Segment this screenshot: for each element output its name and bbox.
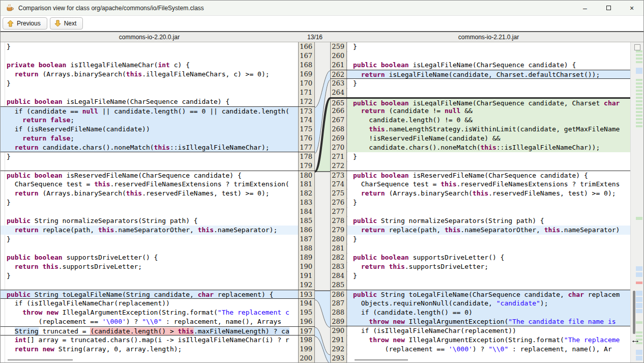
code-row: 282public boolean supportsDriveLetter() …: [330, 253, 630, 262]
left-code-pane: }166167private boolean isIllegalFileName…: [1, 42, 315, 363]
line-number: 171: [298, 88, 315, 97]
code-row: 259}: [330, 42, 630, 51]
code-line: return (Arrays.binarySearch(this.reserve…: [347, 189, 630, 198]
diff-overview-mark-green: [636, 111, 642, 113]
line-number: 282: [330, 253, 347, 262]
diff-overview-mark-green: [636, 50, 642, 52]
code-row: 285: [330, 281, 630, 290]
code-line: return (candidate != null &&: [347, 106, 630, 116]
line-number: 291: [330, 336, 347, 345]
diff-connector-gutter: [315, 42, 330, 363]
code-row: 293: [330, 354, 630, 363]
code-row: (replacement == '\000') ? "\\0" : replac…: [1, 317, 315, 326]
line-number: 287: [330, 299, 347, 308]
diff-overview-mark-green: [636, 79, 642, 81]
diff-overview-mark-green: [636, 107, 642, 109]
minimize-button[interactable]: –: [573, 1, 597, 16]
code-row: }166: [1, 42, 315, 51]
code-row: 167: [1, 51, 315, 61]
line-number: 272: [330, 161, 347, 171]
line-number: 176: [298, 134, 315, 143]
line-number: 183: [298, 198, 315, 207]
code-row: public boolean isReservedFileName(CharSe…: [1, 171, 315, 180]
ruler-header-button[interactable]: [634, 44, 640, 50]
code-line: String truncated = (candidate.length() >…: [1, 327, 298, 335]
arrow-up-icon: [7, 20, 14, 27]
code-row: }183: [1, 198, 315, 207]
code-row: public String toLegalFileName(String can…: [1, 290, 315, 299]
previous-button[interactable]: Previous: [3, 17, 47, 30]
diff-overview-mark-green: [636, 342, 642, 344]
code-line: public boolean isLegalFileName(CharSeque…: [1, 97, 298, 106]
line-number: 177: [298, 143, 315, 152]
code-row: 275 return (Arrays.binarySearch(this.res…: [330, 189, 630, 198]
code-row: private boolean isIllegalFileNameChar(in…: [1, 61, 315, 70]
maximize-icon: [606, 6, 611, 10]
line-number: 175: [298, 125, 315, 134]
diff-overview-mark-red: [636, 282, 642, 284]
diff-connector-curves: [315, 42, 330, 363]
code-line: public String toLegalFileName(CharSequen…: [347, 290, 630, 299]
code-line: }: [347, 152, 630, 161]
code-line: public boolean supportsDriveLetter() {: [1, 253, 298, 262]
diff-overview-mark-green: [636, 86, 642, 88]
arrow-down-icon: [54, 20, 61, 27]
toolbar: Previous Next: [1, 16, 643, 31]
code-line: [347, 244, 630, 253]
line-number: 167: [298, 51, 315, 61]
diff-overview-mark-blue: [636, 309, 642, 313]
code-line: return false;: [1, 116, 298, 125]
code-line: [347, 88, 630, 97]
line-number: 199: [298, 345, 315, 354]
code-row: 260: [330, 51, 630, 61]
code-line: private boolean isIllegalFileNameChar(in…: [1, 61, 298, 70]
code-line: if (candidate == null || candidate.lengt…: [1, 107, 298, 116]
code-row: CharSequence test = this.reservedFileNam…: [1, 180, 315, 189]
line-number: 172: [298, 97, 315, 106]
horizontal-scrollbar-thumb[interactable]: [8, 359, 73, 360]
diff-overview-mark-green: [636, 54, 642, 56]
code-line: if (candidate.length() == 0): [347, 308, 630, 317]
code-row: return new String(array, 0, array.length…: [1, 345, 315, 354]
code-line: CharSequence test = this.reservedFileNam…: [1, 180, 298, 189]
code-row: public boolean isLegalFileName(CharSeque…: [1, 97, 315, 106]
next-button[interactable]: Next: [50, 17, 83, 30]
line-number: 275: [330, 189, 347, 198]
line-number: 290: [330, 326, 347, 336]
close-button[interactable]: ×: [620, 1, 643, 16]
diff-counter: 13/16: [295, 34, 335, 41]
horizontal-scrollbar-thumb[interactable]: [355, 359, 408, 360]
code-row: 179: [1, 161, 315, 171]
code-line: return replace(path, this.nameSeparatorO…: [347, 226, 630, 235]
code-row: 286public String toLegalFileName(CharSeq…: [330, 290, 630, 299]
code-row: if (isReservedFileName(candidate))175: [1, 125, 315, 134]
code-line: }: [347, 235, 630, 244]
line-number: 197: [298, 327, 315, 335]
code-line: [1, 354, 298, 363]
vertical-scrollbar-thumb[interactable]: [633, 291, 635, 334]
line-number: 170: [298, 79, 315, 88]
line-number: 168: [298, 61, 315, 70]
line-number: 286: [330, 290, 347, 299]
line-number: 196: [298, 317, 315, 326]
line-number: 277: [330, 207, 347, 216]
line-number: 293: [330, 354, 347, 363]
code-row: }170: [1, 79, 315, 88]
code-row: 271}: [330, 152, 630, 161]
line-number: 283: [330, 262, 347, 271]
code-row: 289 throw new IllegalArgumentException("…: [330, 317, 630, 326]
code-line: CharSequence test = this.reservedFileNam…: [347, 180, 630, 189]
diff-overview-mark-green: [636, 93, 642, 95]
overview-ruler[interactable]: [630, 42, 644, 363]
line-number: 265: [330, 99, 347, 106]
maximize-button[interactable]: [597, 1, 620, 16]
code-line: }: [1, 152, 298, 161]
line-number: 173: [298, 107, 315, 116]
code-row: return (Arrays.binarySearch(this.illegal…: [1, 70, 315, 79]
app-coffee-cup-icon: [6, 4, 14, 12]
code-row: throw new IllegalArgumentException(Strin…: [1, 308, 315, 317]
code-row: return this.supportsDriveLetter;190: [1, 262, 315, 271]
code-line: return (Arrays.binarySearch(this.reserve…: [1, 189, 298, 198]
code-line: Objects.requireNonNull(candidate, "candi…: [347, 299, 630, 308]
code-line: }: [347, 271, 630, 281]
